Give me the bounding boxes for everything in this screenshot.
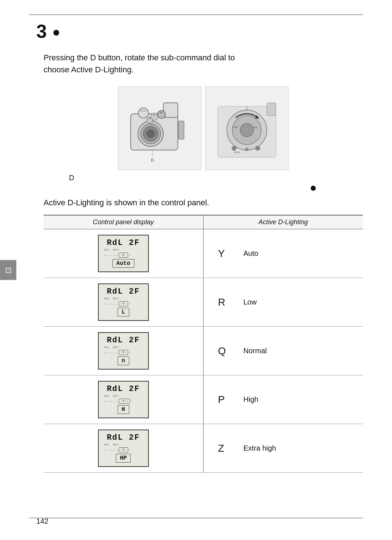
lcd-top-0: RdL 2F [104,238,143,247]
table-row: RdL 2F ANLBKT – ...... ·9· – n Q Normal [44,327,363,375]
lcd-mid-1: ANLBKT [104,297,143,300]
lcd-display-3: RdL 2F ANLBKT – ...... ·9·; – H [98,381,149,418]
level-cell: Q Normal [203,327,363,375]
right-cell-3: P High [218,394,360,406]
lcd-bottom-1: L [104,308,143,317]
lcd-value-3: H [118,405,129,414]
right-cell-2: Q Normal [218,345,360,357]
lcd-display-1: RdL 2F ANLBKT – ...... ·9· – L [98,283,149,321]
col1-header: Control panel display [44,215,203,229]
side-tab: ⊡ [0,260,16,280]
lcd-display-2: RdL 2F ANLBKT – ...... ·9· – n [98,332,149,370]
lcd-bottom-0: Auto [104,259,143,268]
level-cell: Y Auto [203,229,363,278]
step-number: 3 [36,22,47,41]
level-cell: R Low [203,278,363,327]
second-bullet [311,186,316,191]
section-text: Active D-Lighting is shown in the contro… [44,198,363,207]
d-label-area: D [44,174,363,182]
table-header-row: Control panel display Active D‑Lighting [44,215,363,229]
col2-header: Active D‑Lighting [203,215,363,229]
svg-rect-29 [267,103,276,116]
lcd-cell: RdL 2F ANLBKT – ...... ·9· – n [44,327,203,375]
lcd-top-2: RdL 2F [104,336,143,345]
symbol-letter-1: R [218,297,233,308]
symbol-letter-3: P [218,394,233,406]
lcd-cell: RdL 2F ANLBKT – ...... ·9·; – H [44,375,203,424]
table-row: RdL 2F ANLBKT – ...... ·9·; – H P High [44,375,363,424]
lcd-mid-3: ANLBKT [104,394,143,398]
svg-point-26 [256,146,260,150]
level-cell: P High [203,375,363,424]
lcd-bottom-4: HP [104,454,143,463]
lcd-mid-2: ANLBKT [104,346,143,349]
step-bullet [53,30,59,36]
svg-text:QUAL: QUAL [140,110,147,112]
svg-point-5 [146,129,155,138]
camera-images: QUAL WB BKT ISO D [44,86,363,170]
dl-table: Control panel display Active D‑Lighting … [44,215,363,473]
lcd-cell: RdL 2F ANLBKT – ...... ·9· – HP [44,424,203,473]
level-cell: Z Extra high [203,424,363,473]
lcd-value-0: Auto [113,259,134,268]
table-row: RdL 2F ANLBKT – ...... ·9· – Auto Y Auto [44,229,363,278]
symbol-letter-2: Q [218,345,233,357]
intro-line2: choose Active D-Lighting. [44,64,363,76]
level-text-2: Normal [244,347,267,355]
lcd-cell: RdL 2F ANLBKT – ...... ·9· – Auto [44,229,203,278]
lcd-display-0: RdL 2F ANLBKT – ...... ·9· – Auto [98,235,149,272]
level-text-4: Extra high [244,444,276,452]
table-row: RdL 2F ANLBKT – ...... ·9· – L R Low [44,278,363,327]
lcd-cell: RdL 2F ANLBKT – ...... ·9· – L [44,278,203,327]
svg-text:WB: WB [153,114,156,116]
symbol-letter-0: Y [218,248,233,259]
svg-text:OFF: OFF [233,126,238,129]
svg-rect-14 [179,121,184,139]
table-row: RdL 2F ANLBKT – ...... ·9· – HP Z Extra … [44,424,363,473]
lcd-top-3: RdL 2F [104,384,143,394]
lcd-indicator-4: – ...... ·9· – [104,447,143,452]
camera-image-left: QUAL WB BKT ISO D [118,86,201,170]
svg-point-25 [245,148,248,151]
svg-point-24 [232,146,236,150]
svg-text:ISO: ISO [148,117,151,120]
intro-text: Pressing the D button, rotate the sub-co… [44,52,363,76]
lcd-mid-4: ANLBKT [104,443,143,446]
camera-svg-left: QUAL WB BKT ISO D [123,92,196,165]
svg-text:MODE: MODE [234,151,241,153]
lcd-bottom-2: n [104,356,143,365]
lcd-indicator-2: – ...... ·9· – [104,350,143,355]
side-tab-icon: ⊡ [5,265,12,275]
lcd-value-2: n [118,356,129,365]
lcd-indicator-0: – ...... ·9· – [104,253,143,258]
level-text-3: High [244,395,258,404]
d-label: D [69,174,74,182]
intro-line1: Pressing the D button, rotate the sub-co… [44,52,363,64]
right-cell-0: Y Auto [218,248,360,259]
lcd-indicator-1: – ...... ·9· – [104,301,143,306]
lcd-top-1: RdL 2F [104,287,143,296]
page-number: 142 [36,517,48,525]
lcd-value-4: HP [116,454,131,463]
lcd-value-1: L [118,308,129,317]
svg-point-21 [240,124,253,137]
symbol-letter-4: Z [218,443,233,454]
camera-image-right: OFF ON MODE [205,86,289,170]
lcd-mid-0: ANLBKT [104,248,143,251]
bottom-border [29,518,363,518]
lcd-top-4: RdL 2F [104,433,143,442]
level-text-1: Low [244,298,257,306]
lcd-indicator-3: – ...... ·9·; – [104,399,143,404]
right-cell-4: Z Extra high [218,443,360,454]
top-border [29,15,363,15]
step-header: 3 [36,22,363,41]
svg-text:D: D [151,158,154,162]
svg-text:ON: ON [253,126,257,129]
page-container: 3 Pressing the D button, rotate the sub-… [0,0,392,540]
svg-text:BKT: BKT [160,112,163,114]
camera-svg-right: OFF ON MODE [211,92,283,165]
lcd-display-4: RdL 2F ANLBKT – ...... ·9· – HP [98,430,149,467]
lcd-bottom-3: H [104,405,143,414]
level-text-0: Auto [244,249,258,258]
second-bullet-area [36,186,316,191]
